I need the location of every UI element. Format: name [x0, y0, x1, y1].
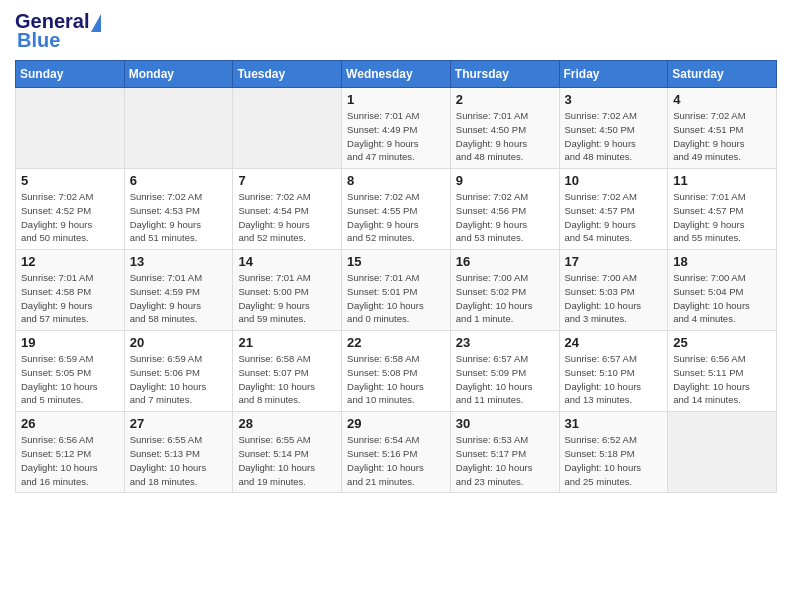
calendar-cell: 4Sunrise: 7:02 AM Sunset: 4:51 PM Daylig…	[668, 88, 777, 169]
day-header-tuesday: Tuesday	[233, 61, 342, 88]
calendar-cell	[668, 412, 777, 493]
calendar-cell: 26Sunrise: 6:56 AM Sunset: 5:12 PM Dayli…	[16, 412, 125, 493]
calendar-cell: 27Sunrise: 6:55 AM Sunset: 5:13 PM Dayli…	[124, 412, 233, 493]
day-header-friday: Friday	[559, 61, 668, 88]
day-header-saturday: Saturday	[668, 61, 777, 88]
day-number: 26	[21, 416, 119, 431]
day-number: 21	[238, 335, 336, 350]
day-number: 13	[130, 254, 228, 269]
calendar-week-row: 5Sunrise: 7:02 AM Sunset: 4:52 PM Daylig…	[16, 169, 777, 250]
day-number: 25	[673, 335, 771, 350]
calendar-cell: 1Sunrise: 7:01 AM Sunset: 4:49 PM Daylig…	[342, 88, 451, 169]
logo-triangle-icon	[91, 14, 101, 32]
day-header-monday: Monday	[124, 61, 233, 88]
calendar-week-row: 12Sunrise: 7:01 AM Sunset: 4:58 PM Dayli…	[16, 250, 777, 331]
calendar-cell: 22Sunrise: 6:58 AM Sunset: 5:08 PM Dayli…	[342, 331, 451, 412]
day-header-thursday: Thursday	[450, 61, 559, 88]
day-number: 9	[456, 173, 554, 188]
day-info: Sunrise: 6:58 AM Sunset: 5:07 PM Dayligh…	[238, 352, 336, 407]
day-number: 15	[347, 254, 445, 269]
calendar-cell: 18Sunrise: 7:00 AM Sunset: 5:04 PM Dayli…	[668, 250, 777, 331]
calendar-week-row: 19Sunrise: 6:59 AM Sunset: 5:05 PM Dayli…	[16, 331, 777, 412]
calendar-cell: 8Sunrise: 7:02 AM Sunset: 4:55 PM Daylig…	[342, 169, 451, 250]
day-number: 24	[565, 335, 663, 350]
day-number: 29	[347, 416, 445, 431]
day-number: 4	[673, 92, 771, 107]
day-number: 11	[673, 173, 771, 188]
day-number: 3	[565, 92, 663, 107]
day-number: 30	[456, 416, 554, 431]
day-info: Sunrise: 7:02 AM Sunset: 4:56 PM Dayligh…	[456, 190, 554, 245]
day-number: 17	[565, 254, 663, 269]
day-info: Sunrise: 6:59 AM Sunset: 5:05 PM Dayligh…	[21, 352, 119, 407]
calendar-header-row: SundayMondayTuesdayWednesdayThursdayFrid…	[16, 61, 777, 88]
calendar-cell: 5Sunrise: 7:02 AM Sunset: 4:52 PM Daylig…	[16, 169, 125, 250]
day-number: 1	[347, 92, 445, 107]
calendar-cell: 24Sunrise: 6:57 AM Sunset: 5:10 PM Dayli…	[559, 331, 668, 412]
day-info: Sunrise: 6:55 AM Sunset: 5:14 PM Dayligh…	[238, 433, 336, 488]
day-number: 12	[21, 254, 119, 269]
day-info: Sunrise: 6:55 AM Sunset: 5:13 PM Dayligh…	[130, 433, 228, 488]
calendar-cell: 9Sunrise: 7:02 AM Sunset: 4:56 PM Daylig…	[450, 169, 559, 250]
day-info: Sunrise: 7:00 AM Sunset: 5:03 PM Dayligh…	[565, 271, 663, 326]
calendar-cell: 25Sunrise: 6:56 AM Sunset: 5:11 PM Dayli…	[668, 331, 777, 412]
day-info: Sunrise: 7:01 AM Sunset: 4:59 PM Dayligh…	[130, 271, 228, 326]
day-number: 20	[130, 335, 228, 350]
day-number: 28	[238, 416, 336, 431]
day-info: Sunrise: 7:01 AM Sunset: 4:50 PM Dayligh…	[456, 109, 554, 164]
calendar-cell: 10Sunrise: 7:02 AM Sunset: 4:57 PM Dayli…	[559, 169, 668, 250]
day-header-sunday: Sunday	[16, 61, 125, 88]
calendar-cell: 23Sunrise: 6:57 AM Sunset: 5:09 PM Dayli…	[450, 331, 559, 412]
day-number: 19	[21, 335, 119, 350]
day-info: Sunrise: 6:57 AM Sunset: 5:09 PM Dayligh…	[456, 352, 554, 407]
calendar-cell: 19Sunrise: 6:59 AM Sunset: 5:05 PM Dayli…	[16, 331, 125, 412]
calendar-cell: 14Sunrise: 7:01 AM Sunset: 5:00 PM Dayli…	[233, 250, 342, 331]
day-info: Sunrise: 6:59 AM Sunset: 5:06 PM Dayligh…	[130, 352, 228, 407]
day-header-wednesday: Wednesday	[342, 61, 451, 88]
calendar-cell: 2Sunrise: 7:01 AM Sunset: 4:50 PM Daylig…	[450, 88, 559, 169]
day-info: Sunrise: 7:01 AM Sunset: 5:01 PM Dayligh…	[347, 271, 445, 326]
logo: General Blue	[15, 10, 101, 52]
day-number: 27	[130, 416, 228, 431]
day-number: 16	[456, 254, 554, 269]
calendar-cell: 28Sunrise: 6:55 AM Sunset: 5:14 PM Dayli…	[233, 412, 342, 493]
calendar-cell	[233, 88, 342, 169]
day-number: 6	[130, 173, 228, 188]
calendar-cell: 12Sunrise: 7:01 AM Sunset: 4:58 PM Dayli…	[16, 250, 125, 331]
calendar-cell: 3Sunrise: 7:02 AM Sunset: 4:50 PM Daylig…	[559, 88, 668, 169]
day-number: 23	[456, 335, 554, 350]
day-info: Sunrise: 7:01 AM Sunset: 4:57 PM Dayligh…	[673, 190, 771, 245]
day-info: Sunrise: 7:01 AM Sunset: 4:58 PM Dayligh…	[21, 271, 119, 326]
calendar-cell: 17Sunrise: 7:00 AM Sunset: 5:03 PM Dayli…	[559, 250, 668, 331]
calendar-cell: 15Sunrise: 7:01 AM Sunset: 5:01 PM Dayli…	[342, 250, 451, 331]
day-number: 22	[347, 335, 445, 350]
calendar-week-row: 1Sunrise: 7:01 AM Sunset: 4:49 PM Daylig…	[16, 88, 777, 169]
calendar-cell: 16Sunrise: 7:00 AM Sunset: 5:02 PM Dayli…	[450, 250, 559, 331]
calendar-cell: 6Sunrise: 7:02 AM Sunset: 4:53 PM Daylig…	[124, 169, 233, 250]
day-number: 5	[21, 173, 119, 188]
day-number: 10	[565, 173, 663, 188]
calendar-cell: 11Sunrise: 7:01 AM Sunset: 4:57 PM Dayli…	[668, 169, 777, 250]
calendar-cell: 21Sunrise: 6:58 AM Sunset: 5:07 PM Dayli…	[233, 331, 342, 412]
calendar-week-row: 26Sunrise: 6:56 AM Sunset: 5:12 PM Dayli…	[16, 412, 777, 493]
day-info: Sunrise: 6:52 AM Sunset: 5:18 PM Dayligh…	[565, 433, 663, 488]
day-number: 31	[565, 416, 663, 431]
day-number: 14	[238, 254, 336, 269]
day-info: Sunrise: 7:01 AM Sunset: 5:00 PM Dayligh…	[238, 271, 336, 326]
day-number: 7	[238, 173, 336, 188]
day-info: Sunrise: 6:56 AM Sunset: 5:12 PM Dayligh…	[21, 433, 119, 488]
day-info: Sunrise: 7:00 AM Sunset: 5:04 PM Dayligh…	[673, 271, 771, 326]
day-number: 2	[456, 92, 554, 107]
day-info: Sunrise: 7:00 AM Sunset: 5:02 PM Dayligh…	[456, 271, 554, 326]
day-info: Sunrise: 6:56 AM Sunset: 5:11 PM Dayligh…	[673, 352, 771, 407]
day-info: Sunrise: 6:58 AM Sunset: 5:08 PM Dayligh…	[347, 352, 445, 407]
day-info: Sunrise: 7:02 AM Sunset: 4:54 PM Dayligh…	[238, 190, 336, 245]
day-info: Sunrise: 6:57 AM Sunset: 5:10 PM Dayligh…	[565, 352, 663, 407]
day-info: Sunrise: 7:01 AM Sunset: 4:49 PM Dayligh…	[347, 109, 445, 164]
calendar-table: SundayMondayTuesdayWednesdayThursdayFrid…	[15, 60, 777, 493]
calendar-cell: 29Sunrise: 6:54 AM Sunset: 5:16 PM Dayli…	[342, 412, 451, 493]
calendar-cell: 20Sunrise: 6:59 AM Sunset: 5:06 PM Dayli…	[124, 331, 233, 412]
day-info: Sunrise: 6:53 AM Sunset: 5:17 PM Dayligh…	[456, 433, 554, 488]
calendar-cell: 13Sunrise: 7:01 AM Sunset: 4:59 PM Dayli…	[124, 250, 233, 331]
calendar-cell	[16, 88, 125, 169]
